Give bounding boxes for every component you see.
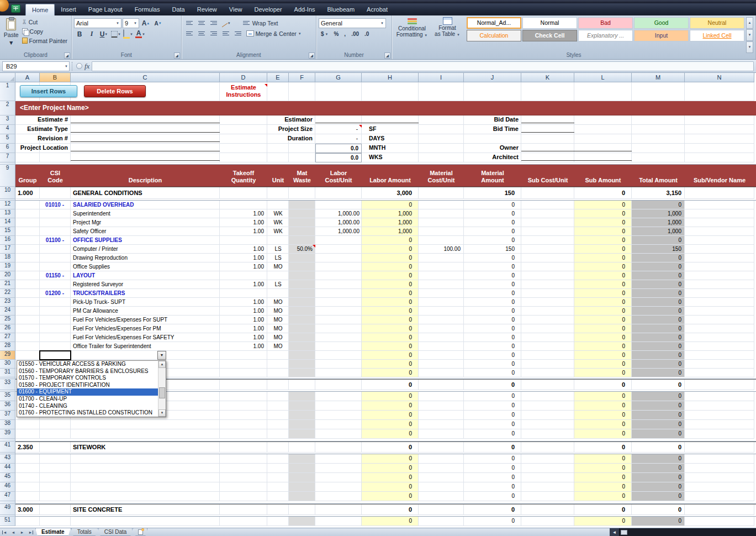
row-header-31[interactable]: 31 xyxy=(0,369,15,377)
cell-F37[interactable] xyxy=(289,411,315,420)
cell-A14[interactable] xyxy=(15,218,40,227)
cell-N27[interactable] xyxy=(685,333,754,342)
row-header-9[interactable]: 9 xyxy=(0,165,15,187)
row-header-2[interactable]: 2 xyxy=(0,101,15,115)
cell-E36[interactable] xyxy=(267,401,289,411)
cell-A17[interactable] xyxy=(15,245,40,254)
row-header-3[interactable]: 3 xyxy=(0,115,15,125)
cell-K13[interactable] xyxy=(521,209,574,218)
cell-B44[interactable] xyxy=(40,464,71,473)
row-header-20[interactable]: 20 xyxy=(0,271,15,280)
align-middle-button[interactable] xyxy=(196,18,207,28)
cell-A19[interactable] xyxy=(15,262,40,271)
name-box[interactable]: B29 ▼ xyxy=(2,61,70,71)
column-header-N[interactable]: N xyxy=(685,73,754,82)
cell-L5[interactable] xyxy=(574,134,632,144)
cell-I36[interactable] xyxy=(419,401,464,411)
formula-input[interactable] xyxy=(92,61,754,71)
cell-I43[interactable] xyxy=(419,454,464,464)
cell-F45[interactable] xyxy=(289,473,315,482)
row-header-7[interactable]: 7 xyxy=(0,153,15,162)
decrease-indent-button[interactable] xyxy=(220,29,231,38)
gallery-more-button[interactable]: ▼ xyxy=(746,41,753,53)
cell-K41[interactable] xyxy=(521,442,574,453)
cell-E49[interactable] xyxy=(267,505,289,515)
cell-style-input[interactable]: Input xyxy=(634,30,689,41)
cell-G36[interactable] xyxy=(315,401,362,411)
borders-button[interactable]: ▼ xyxy=(110,29,121,39)
cell-E37[interactable] xyxy=(267,411,289,420)
cell-C51[interactable] xyxy=(71,517,220,526)
form-field-r3[interactable] xyxy=(521,115,574,123)
cell-A47[interactable] xyxy=(15,492,40,501)
cell-D36[interactable] xyxy=(220,401,267,411)
cell-A28[interactable] xyxy=(15,342,40,351)
cell-F35[interactable] xyxy=(289,392,315,401)
cell-K27[interactable] xyxy=(521,333,574,342)
cell-N49[interactable] xyxy=(685,505,754,515)
cell-D12[interactable] xyxy=(220,201,267,209)
ribbon-tab-review[interactable]: Review xyxy=(191,4,223,15)
form-field-r4[interactable] xyxy=(71,125,220,133)
first-sheet-button[interactable]: ◄ xyxy=(0,528,9,536)
row-header-47[interactable]: 47 xyxy=(0,492,15,501)
cell-F10[interactable] xyxy=(289,187,315,199)
insert-function-circle-icon[interactable] xyxy=(76,63,82,69)
cell-E30[interactable] xyxy=(267,360,289,369)
number-format-select[interactable]: General ▼ xyxy=(319,18,386,28)
cell-K20[interactable] xyxy=(521,271,574,280)
ribbon-tab-add-ins[interactable]: Add-Ins xyxy=(288,4,321,15)
dropdown-item-01760[interactable]: 01760 - PROTECTING INSTALLED CONSTRUCTIO… xyxy=(17,409,158,417)
row-header-10[interactable]: 10 xyxy=(0,187,15,199)
insert-worksheet-tab[interactable] xyxy=(133,528,147,536)
form-field-r6[interactable] xyxy=(521,144,632,151)
selected-cell[interactable] xyxy=(39,350,71,360)
cell-K47[interactable] xyxy=(521,492,574,501)
cell-K14[interactable] xyxy=(521,218,574,227)
cell-L4[interactable] xyxy=(574,125,632,134)
cell-G28[interactable] xyxy=(315,342,362,351)
cell-style-check-cell[interactable]: Check Cell xyxy=(522,30,577,41)
cell-N7[interactable] xyxy=(685,153,754,162)
cell-F41[interactable] xyxy=(289,442,315,453)
cell-E41[interactable] xyxy=(267,442,289,453)
cell-N35[interactable] xyxy=(685,392,754,401)
cell-B15[interactable] xyxy=(40,227,71,236)
cell-I12[interactable] xyxy=(419,201,464,209)
cell-G33[interactable] xyxy=(315,380,362,390)
cell-G1[interactable] xyxy=(315,82,362,101)
cell-F24[interactable] xyxy=(289,307,315,316)
cell-G39[interactable] xyxy=(315,429,362,439)
cell-F26[interactable] xyxy=(289,324,315,333)
align-right-button[interactable] xyxy=(208,29,219,38)
grow-font-button[interactable]: A▲ xyxy=(140,19,151,28)
gallery-up-button[interactable]: ▲ xyxy=(746,17,753,29)
ribbon-tab-acrobat[interactable]: Acrobat xyxy=(361,4,394,15)
cell-C29[interactable] xyxy=(71,351,220,360)
column-header-F[interactable]: F xyxy=(289,73,315,82)
cell-E33[interactable] xyxy=(267,380,289,390)
form-field-r4[interactable] xyxy=(521,125,574,133)
cell-I15[interactable] xyxy=(419,227,464,236)
cell-K44[interactable] xyxy=(521,464,574,473)
scroll-left-icon[interactable]: ◄ xyxy=(610,528,620,536)
cell-F46[interactable] xyxy=(289,482,315,492)
row-header-15[interactable]: 15 xyxy=(0,227,15,236)
row-header-35[interactable]: 35 xyxy=(0,392,15,401)
cell-N3[interactable] xyxy=(685,115,754,125)
cell-F30[interactable] xyxy=(289,360,315,369)
cell-style-neutral[interactable]: Neutral xyxy=(690,17,744,29)
cell-A46[interactable] xyxy=(15,482,40,492)
cell-G10[interactable] xyxy=(315,187,362,199)
cell-I10[interactable] xyxy=(419,187,464,199)
cell-F14[interactable] xyxy=(289,218,315,227)
cell-I16[interactable] xyxy=(419,236,464,245)
cell-N26[interactable] xyxy=(685,324,754,333)
row-header-14[interactable]: 14 xyxy=(0,218,15,227)
cell-B28[interactable] xyxy=(40,342,71,351)
row-header-18[interactable]: 18 xyxy=(0,254,15,262)
cell-G44[interactable] xyxy=(315,464,362,473)
cell-G47[interactable] xyxy=(315,492,362,501)
column-header-M[interactable]: M xyxy=(632,73,685,82)
next-sheet-button[interactable]: ► xyxy=(18,528,27,536)
